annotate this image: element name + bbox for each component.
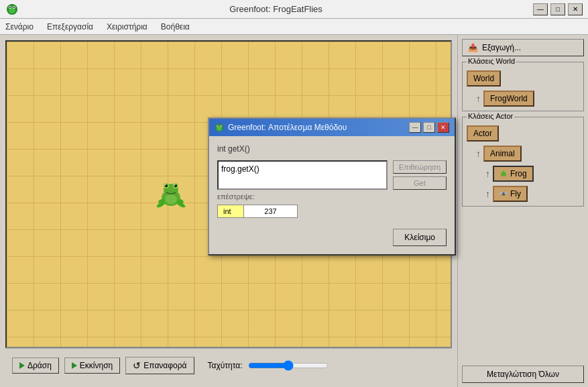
result-row: int 237: [217, 205, 447, 218]
input-value: frog.getX(): [221, 164, 259, 174]
modal-overlay: Greenfoot: Αποτέλεσμα Μεθόδου — □ ✕ int …: [0, 0, 588, 387]
close-dialog-button[interactable]: Κλείσιμο: [393, 229, 447, 246]
modal-close-button[interactable]: ✕: [437, 122, 449, 133]
get-button[interactable]: Get: [393, 176, 447, 190]
method-signature: int getX(): [217, 144, 447, 154]
modal-maximize-button[interactable]: □: [423, 122, 435, 133]
modal-controls: — □ ✕: [409, 122, 449, 133]
modal-body: int getX() frog.getX() Επιθεώρηση Get επ…: [209, 136, 455, 254]
modal-input-row: frog.getX() Επιθεώρηση Get: [217, 160, 447, 190]
svg-point-27: [217, 127, 222, 131]
method-result-dialog: Greenfoot: Αποτέλεσμα Μεθόδου — □ ✕ int …: [208, 117, 456, 256]
svg-point-31: [221, 125, 222, 127]
modal-titlebar: Greenfoot: Αποτέλεσμα Μεθόδου — □ ✕: [209, 119, 455, 136]
returns-label: επέστρεψε:: [217, 192, 447, 201]
modal-logo-icon: [215, 123, 224, 132]
modal-footer: Κλείσιμο: [217, 226, 447, 246]
result-type: int: [217, 205, 244, 218]
modal-title: Greenfoot: Αποτέλεσμα Μεθόδου: [228, 123, 347, 132]
method-input-box: frog.getX(): [217, 160, 388, 190]
modal-minimize-button[interactable]: —: [409, 122, 421, 133]
modal-title-left: Greenfoot: Αποτέλεσμα Μεθόδου: [215, 123, 347, 132]
result-value: 237: [244, 205, 298, 218]
inspect-button[interactable]: Επιθεώρηση: [393, 160, 447, 174]
modal-side-buttons: Επιθεώρηση Get: [393, 160, 447, 190]
svg-point-30: [217, 125, 219, 127]
